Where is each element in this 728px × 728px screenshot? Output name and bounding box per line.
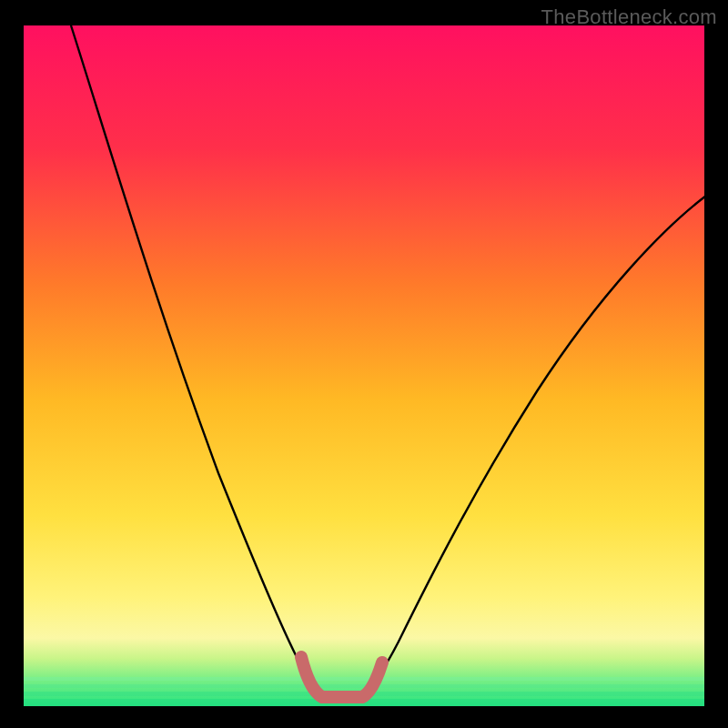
chart-stage: TheBottleneck.com: [0, 0, 728, 728]
chart-svg: [0, 0, 728, 728]
plot-background: [24, 25, 704, 706]
svg-rect-0: [24, 677, 704, 681]
watermark-text: TheBottleneck.com: [541, 5, 717, 29]
